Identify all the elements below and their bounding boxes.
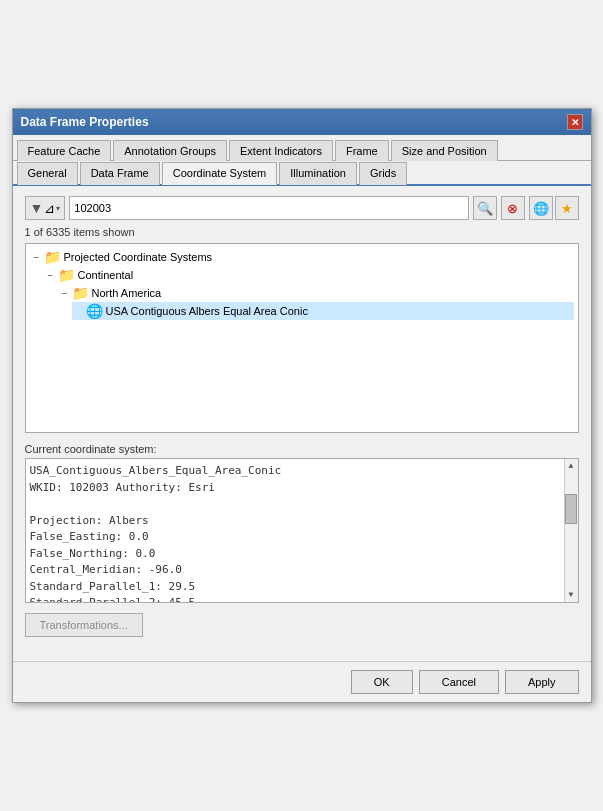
coord-wrapper: USA_Contiguous_Albers_Equal_Area_Conic W… [25, 458, 579, 603]
tab-frame[interactable]: Frame [335, 140, 389, 161]
search-button[interactable]: 🔍 [473, 196, 497, 220]
coord-section: Current coordinate system: USA_Contiguou… [25, 443, 579, 603]
scrollbar[interactable]: ▲ ▼ [564, 459, 578, 602]
coordinate-tree[interactable]: − 📁 Projected Coordinate Systems − 📁 Con… [25, 243, 579, 433]
apply-button[interactable]: Apply [505, 670, 579, 694]
search-icon: 🔍 [477, 201, 493, 216]
cancel-button[interactable]: Cancel [419, 670, 499, 694]
items-count: 1 of 6335 items shown [25, 226, 579, 238]
filter-button[interactable]: ▼ ⊿ ▾ [25, 196, 66, 220]
search-input[interactable] [69, 196, 468, 220]
filter-dropdown-arrow: ▾ [56, 204, 60, 213]
tree-node-projected[interactable]: − 📁 Projected Coordinate Systems [30, 248, 574, 266]
tabs-row-2: General Data Frame Coordinate System Ill… [13, 161, 591, 186]
coord-content: USA_Contiguous_Albers_Equal_Area_Conic W… [30, 463, 574, 603]
tree-label-usa-albers: USA Contiguous Albers Equal Area Conic [106, 305, 308, 317]
tab-general[interactable]: General [17, 162, 78, 185]
close-button[interactable]: ✕ [567, 114, 583, 130]
tab-feature-cache[interactable]: Feature Cache [17, 140, 112, 161]
tree-node-usa-albers[interactable]: 🌐 USA Contiguous Albers Equal Area Conic [72, 302, 574, 320]
tab-illumination[interactable]: Illumination [279, 162, 357, 185]
coord-label: Current coordinate system: [25, 443, 579, 455]
globe-icon: 🌐 [533, 201, 549, 216]
expand-icon-projected[interactable]: − [30, 250, 44, 264]
tree-label-north-america: North America [92, 287, 162, 299]
tab-grids[interactable]: Grids [359, 162, 407, 185]
globe-buttons: 🌐 ★ [529, 196, 579, 220]
bottom-buttons: OK Cancel Apply [13, 661, 591, 702]
folder-icon-projected: 📁 [44, 249, 61, 265]
folder-icon-continental: 📁 [58, 267, 75, 283]
tab-data-frame[interactable]: Data Frame [80, 162, 160, 185]
filter-icon: ▼ [30, 200, 44, 216]
dialog-window: Data Frame Properties ✕ Feature Cache An… [12, 108, 592, 703]
filter-icon-funnel: ⊿ [44, 201, 55, 216]
coord-text-box[interactable]: USA_Contiguous_Albers_Equal_Area_Conic W… [25, 458, 579, 603]
expand-icon-north-america[interactable]: − [58, 286, 72, 300]
tree-node-continental[interactable]: − 📁 Continental [44, 266, 574, 284]
main-content: ▼ ⊿ ▾ 🔍 ⊗ 🌐 ★ 1 of 6335 items shown [13, 186, 591, 661]
clear-icon: ⊗ [507, 201, 518, 216]
tab-coordinate-system[interactable]: Coordinate System [162, 162, 278, 185]
tree-label-continental: Continental [78, 269, 134, 281]
add-to-favorites-button[interactable]: ★ [555, 196, 579, 220]
tree-node-north-america[interactable]: − 📁 North America [58, 284, 574, 302]
dialog-title: Data Frame Properties [21, 115, 149, 129]
expand-icon-usa-albers [72, 304, 86, 318]
folder-icon-north-america: 📁 [72, 285, 89, 301]
toolbar-row: ▼ ⊿ ▾ 🔍 ⊗ 🌐 ★ [25, 196, 579, 220]
tabs-row-1: Feature Cache Annotation Groups Extent I… [13, 135, 591, 161]
transformations-button[interactable]: Transformations... [25, 613, 143, 637]
scroll-thumb[interactable] [565, 494, 577, 524]
tab-size-and-position[interactable]: Size and Position [391, 140, 498, 161]
globe-icon-usa-albers: 🌐 [86, 303, 103, 319]
expand-icon-continental[interactable]: − [44, 268, 58, 282]
title-bar: Data Frame Properties ✕ [13, 109, 591, 135]
star-icon: ★ [561, 201, 573, 216]
tab-extent-indicators[interactable]: Extent Indicators [229, 140, 333, 161]
tree-label-projected: Projected Coordinate Systems [64, 251, 213, 263]
clear-search-button[interactable]: ⊗ [501, 196, 525, 220]
globe-button[interactable]: 🌐 [529, 196, 553, 220]
tab-annotation-groups[interactable]: Annotation Groups [113, 140, 227, 161]
ok-button[interactable]: OK [351, 670, 413, 694]
